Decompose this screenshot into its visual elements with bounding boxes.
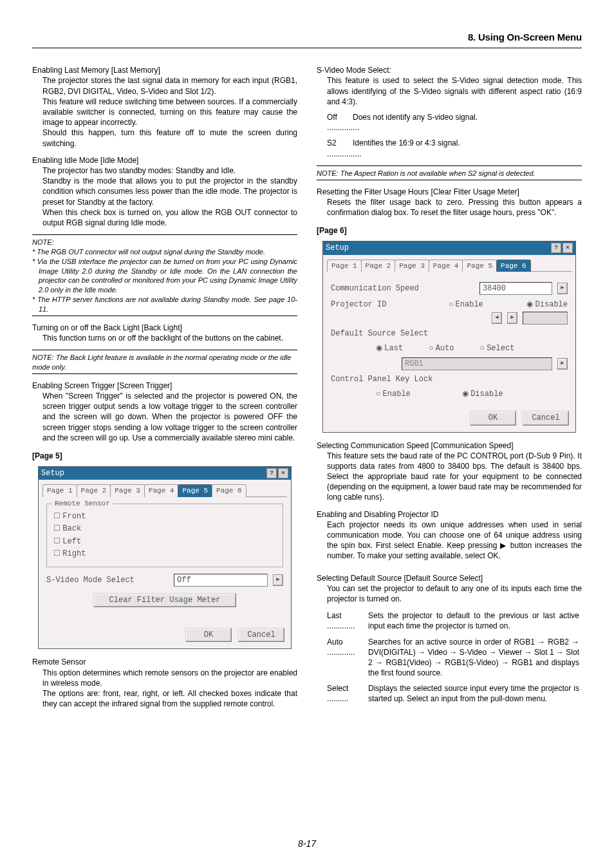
osd-setup-page6: Setup ? × Page 1 Page 2 Page 3 Page 4 Pa… (322, 241, 576, 432)
select-desc: Displays the selected source input every… (368, 683, 579, 704)
radio-disable[interactable]: Disable (526, 299, 568, 310)
note-line: * The RGB OUT connector will not output … (32, 247, 297, 257)
remote-sensor-group: Remote Sensor Front Back Left Right (46, 504, 283, 567)
radio-last[interactable]: Last (376, 343, 403, 354)
checkbox-left[interactable]: Left (53, 536, 276, 547)
section-projector-id: Enabling and Disabling Projector ID Each… (317, 509, 582, 561)
s2-desc: Identifies the 16:9 or 4:3 signal. (353, 138, 579, 148)
note-text: NOTE: The Back Light feature is availabl… (32, 354, 291, 371)
body: The projector stores the last signal dat… (32, 75, 297, 96)
heading: Enabling Screen Trigger [Screen Trigger] (32, 381, 297, 391)
auto-label: Auto ............. (327, 637, 368, 657)
body: Should this happen, turn this feature of… (32, 127, 297, 148)
note-text: NOTE: The Aspect Ration is not available… (317, 169, 535, 177)
note-aspect: NOTE: The Aspect Ration is not available… (317, 169, 582, 178)
heading: Remote Sensor (32, 657, 297, 667)
help-button[interactable]: ? (551, 243, 561, 253)
body: The projector has two standby modes: Sta… (32, 165, 297, 176)
tab-page3[interactable]: Page 3 (395, 259, 429, 272)
body: Standby is the mode that allows you to p… (32, 176, 297, 207)
page-number: 8-17 (0, 838, 614, 850)
s2-label: S2 ................ (327, 138, 353, 158)
body: Each projector needs its own unique addr… (317, 520, 582, 561)
cancel-button[interactable]: Cancel (523, 411, 569, 425)
spin-left-icon[interactable]: ◀ (492, 312, 502, 324)
cpkl-label: Control Panel Key Lock (331, 375, 433, 384)
tab-page1[interactable]: Page 1 (42, 484, 77, 497)
svideo-label: S-Video Mode Select (46, 575, 169, 585)
projector-id-label: Projector ID (331, 299, 443, 310)
select-label: Select .......... (327, 683, 368, 704)
section-idle-mode: Enabling Idle Mode [Idle Mode] The proje… (32, 155, 297, 228)
tab-page4[interactable]: Page 4 (144, 484, 179, 497)
tab-page6[interactable]: Page 6 (496, 259, 531, 272)
heading: S-Video Mode Select: (317, 65, 582, 75)
body: You can set the projector to default to … (317, 583, 582, 604)
group-label: Remote Sensor (52, 499, 113, 509)
section-comm-speed: Selecting Communication Speed [Communica… (317, 440, 582, 503)
heading: Resetting the Filter Usage Hours [Clear … (317, 187, 582, 197)
ok-button[interactable]: OK (470, 411, 516, 425)
header-title: 8. Using On-Screen Menu (32, 31, 582, 48)
osd-titlebar: Setup ? × (39, 467, 291, 480)
svideo-select[interactable]: Off (174, 574, 268, 587)
heading: Enabling Idle Mode [Idle Mode] (32, 155, 297, 165)
section-default-source: Selecting Default Source [Default Source… (317, 573, 582, 704)
section-back-light: Turning on or off the Back Light [Back L… (32, 323, 297, 343)
body: When this check box is turned on, you al… (32, 207, 297, 228)
tab-page2[interactable]: Page 2 (77, 484, 111, 497)
dropdown-arrow-icon[interactable]: ▶ (557, 283, 568, 294)
body: When "Screen Trigger" is selected and th… (32, 391, 297, 443)
tab-page3[interactable]: Page 3 (110, 484, 145, 497)
body: This function turns on or off the backli… (32, 333, 297, 343)
section-last-memory: Enabling Last Memory [Last Memory] The p… (32, 65, 297, 149)
radio-auto[interactable]: Auto (429, 343, 454, 354)
body: Resets the filter usage back to zero. Pr… (317, 197, 582, 218)
auto-desc: Searches for an active source in order o… (368, 637, 579, 679)
note-idle: NOTE: * The RGB OUT connector will not o… (32, 238, 297, 314)
tab-page5[interactable]: Page 5 (178, 484, 212, 497)
dropdown-arrow-icon[interactable]: ▶ (273, 574, 283, 586)
note-label: NOTE: (32, 238, 54, 246)
checkbox-front[interactable]: Front (53, 511, 276, 522)
osd-setup-page5: Setup ? × Page 1 Page 2 Page 3 Page 4 Pa… (38, 466, 292, 649)
note-line: * Via the USB interface the projector ca… (32, 257, 297, 295)
note-line: * The HTTP server functions are not avai… (32, 295, 297, 314)
checkbox-right[interactable]: Right (53, 548, 276, 559)
cancel-button[interactable]: Cancel (238, 628, 284, 642)
close-button[interactable]: × (278, 468, 288, 478)
close-button[interactable]: × (563, 243, 573, 253)
clear-filter-usage-button[interactable]: Clear Filter Usage Meter (93, 593, 237, 607)
tab-page1[interactable]: Page 1 (327, 259, 362, 272)
note-backlight: NOTE: The Back Light feature is availabl… (32, 353, 297, 372)
tab-page5[interactable]: Page 5 (462, 259, 497, 272)
heading: Turning on or off the Back Light [Back L… (32, 323, 297, 333)
comm-speed-select[interactable]: 38400 (479, 282, 552, 295)
control-panel-lock-group: Control Panel Key Lock Enable Disable (331, 374, 568, 399)
off-desc: Does not identify any S-video signal. (353, 112, 579, 122)
off-label: Off ............... (327, 112, 353, 133)
osd-title: Setup (41, 468, 64, 478)
radio-disable[interactable]: Disable (462, 388, 503, 399)
help-button[interactable]: ? (266, 468, 277, 478)
tab-page6[interactable]: Page 6 (212, 484, 247, 497)
heading: Enabling and Disabling Projector ID (317, 509, 582, 520)
tab-row: Page 1 Page 2 Page 3 Page 4 Page 5 Page … (327, 259, 572, 272)
tab-page2[interactable]: Page 2 (361, 259, 396, 272)
checkbox-back[interactable]: Back (53, 523, 276, 534)
section-remote-sensor: Remote Sensor This option determines whi… (32, 657, 297, 709)
radio-select[interactable]: Select (480, 343, 515, 354)
page: 8. Using On-Screen Menu Enabling Last Me… (0, 0, 614, 868)
radio-enable[interactable]: Enable (449, 299, 483, 310)
tab-row: Page 1 Page 2 Page 3 Page 4 Page 5 Page … (42, 484, 287, 497)
spin-right-icon[interactable]: ▶ (507, 312, 517, 324)
ok-button[interactable]: OK (185, 628, 232, 642)
default-source-label: Default Source Select (331, 329, 428, 338)
dropdown-arrow-icon[interactable]: ▶ (557, 358, 568, 370)
body: This option determines which remote sens… (32, 668, 297, 688)
projector-id-value (523, 312, 568, 325)
source-select-input[interactable]: RGB1 (402, 357, 552, 370)
radio-enable[interactable]: Enable (376, 388, 411, 399)
body: This feature is used to select the S-Vid… (317, 75, 582, 107)
tab-page4[interactable]: Page 4 (429, 259, 463, 272)
